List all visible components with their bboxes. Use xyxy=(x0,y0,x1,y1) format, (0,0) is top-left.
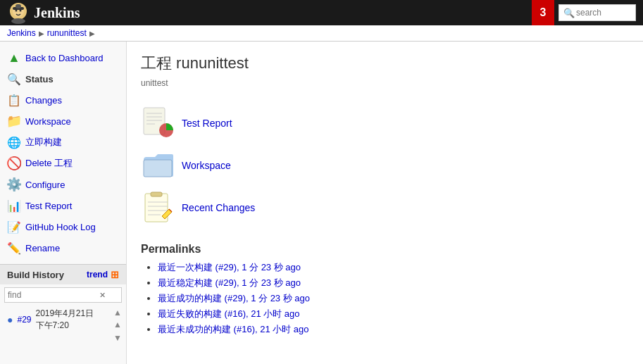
workspace-link[interactable]: Workspace xyxy=(182,160,231,171)
search-input[interactable] xyxy=(576,8,636,18)
project-title: 工程 rununittest xyxy=(141,53,629,74)
action-item-workspace: Workspace xyxy=(141,144,629,187)
svg-rect-13 xyxy=(144,160,172,177)
header: Jenkins 3 🔍 xyxy=(0,0,643,25)
sidebar-item-rename[interactable]: ✏️ Rename xyxy=(0,237,126,258)
jenkins-logo-icon xyxy=(7,1,30,24)
build-history: Build History trend ⊞ ✕ ● #29 2019年4月21日… xyxy=(0,264,126,345)
breadcrumb-arrow-2: ▶ xyxy=(89,30,95,37)
rename-icon: ✏️ xyxy=(7,241,21,255)
build-find-clear[interactable]: ✕ xyxy=(96,289,108,301)
arrow-up-icon: ▲ xyxy=(7,51,21,65)
permalinks: Permalinks 最近一次构建 (#29), 1 分 23 秒 ago 最近… xyxy=(141,243,629,336)
build-history-header: Build History trend ⊞ xyxy=(0,265,126,284)
permalink-link-0[interactable]: 最近一次构建 (#29), 1 分 23 秒 ago xyxy=(158,262,301,272)
sidebar-item-configure[interactable]: ⚙️ Configure xyxy=(0,174,126,195)
header-logo: Jenkins xyxy=(7,1,532,24)
build-find-box: ✕ xyxy=(4,287,122,303)
svg-point-1 xyxy=(11,18,25,24)
build-status-icon: ● xyxy=(7,314,13,325)
sidebar-item-workspace[interactable]: 📁 Workspace xyxy=(0,111,126,132)
permalink-link-4[interactable]: 最近未成功的构建 (#16), 21 小时 ago xyxy=(158,324,309,334)
sidebar-item-github-hook[interactable]: 📝 GitHub Hook Log xyxy=(0,216,126,237)
sidebar-item-changes[interactable]: 📋 Changes xyxy=(0,89,126,111)
rss-icon: ⊞ xyxy=(111,269,119,280)
build-history-title: Build History xyxy=(7,270,64,280)
action-item-recent-changes: Recent Changes xyxy=(141,187,629,229)
build-scroll-controls: ▲ ▲ ▼ xyxy=(109,306,126,345)
permalink-link-3[interactable]: 最近失败的构建 (#16), 21 小时 ago xyxy=(158,308,300,319)
permalink-link-1[interactable]: 最近稳定构建 (#29), 1 分 23 秒 ago xyxy=(158,277,301,288)
list-item: 最近未成功的构建 (#16), 21 小时 ago xyxy=(158,323,629,336)
content: 工程 rununittest unittest Test Report xyxy=(127,42,643,364)
build-now-icon: 🌐 xyxy=(7,135,21,149)
github-icon: 📝 xyxy=(7,220,21,234)
workspace-folder-icon: 📁 xyxy=(7,114,21,128)
search-box: 🔍 xyxy=(558,4,636,21)
workspace-action-icon xyxy=(141,149,175,182)
list-item: 最近失败的构建 (#16), 21 小时 ago xyxy=(158,308,629,320)
breadcrumb-project[interactable]: rununittest xyxy=(47,28,87,38)
breadcrumb: Jenkins ▶ rununittest ▶ xyxy=(0,25,643,42)
changes-icon: 📋 xyxy=(7,93,21,107)
test-report-action-icon xyxy=(141,106,175,140)
permalinks-title: Permalinks xyxy=(141,243,629,256)
app-title: Jenkins xyxy=(34,5,80,21)
recent-changes-link[interactable]: Recent Changes xyxy=(182,202,255,213)
scroll-down-icon[interactable]: ▼ xyxy=(113,332,122,344)
sidebar-item-build-now[interactable]: 🌐 立即构建 xyxy=(0,132,126,153)
build-date: 2019年4月21日 下午7:20 xyxy=(36,308,103,332)
project-tag: unittest xyxy=(141,78,629,88)
breadcrumb-arrow-1: ▶ xyxy=(39,30,44,37)
action-items: Test Report Workspace xyxy=(141,102,629,229)
breadcrumb-jenkins[interactable]: Jenkins xyxy=(7,28,36,38)
scroll-up-icon[interactable]: ▲ xyxy=(113,307,122,319)
notification-badge[interactable]: 3 xyxy=(532,0,554,25)
trend-link[interactable]: trend xyxy=(87,270,108,280)
list-item: 最近一次构建 (#29), 1 分 23 秒 ago xyxy=(158,261,629,274)
build-history-controls: trend ⊞ xyxy=(87,269,119,280)
sidebar-item-delete[interactable]: 🚫 Delete 工程 xyxy=(0,153,126,174)
svg-rect-15 xyxy=(151,192,162,196)
sidebar-item-back-to-dashboard[interactable]: ▲ Back to Dashboard xyxy=(0,47,126,68)
build-item: ● #29 2019年4月21日 下午7:20 xyxy=(0,306,109,334)
scroll-up-alt-icon[interactable]: ▲ xyxy=(113,319,122,331)
sidebar-item-test-report[interactable]: 📊 Test Report xyxy=(0,195,126,216)
build-find-input[interactable] xyxy=(5,288,96,302)
svg-rect-6 xyxy=(15,4,21,8)
permalinks-list: 最近一次构建 (#29), 1 分 23 秒 ago 最近稳定构建 (#29),… xyxy=(141,261,629,336)
test-report-sidebar-icon: 📊 xyxy=(7,199,21,213)
sidebar: ▲ Back to Dashboard 🔍 Status 📋 Changes 📁… xyxy=(0,42,127,364)
test-report-link[interactable]: Test Report xyxy=(182,118,232,129)
build-number-link[interactable]: #29 xyxy=(17,315,31,325)
sidebar-item-status[interactable]: 🔍 Status xyxy=(0,68,126,89)
action-item-test-report: Test Report xyxy=(141,102,629,144)
status-icon: 🔍 xyxy=(7,72,21,86)
permalink-link-2[interactable]: 最近成功的构建 (#29), 1 分 23 秒 ago xyxy=(158,293,310,303)
list-item: 最近稳定构建 (#29), 1 分 23 秒 ago xyxy=(158,277,629,289)
main-layout: ▲ Back to Dashboard 🔍 Status 📋 Changes 📁… xyxy=(0,42,643,364)
recent-changes-action-icon xyxy=(141,191,175,225)
delete-icon: 🚫 xyxy=(7,156,21,170)
configure-icon: ⚙️ xyxy=(7,177,21,192)
list-item: 最近成功的构建 (#29), 1 分 23 秒 ago xyxy=(158,292,629,305)
search-icon: 🔍 xyxy=(563,8,575,18)
